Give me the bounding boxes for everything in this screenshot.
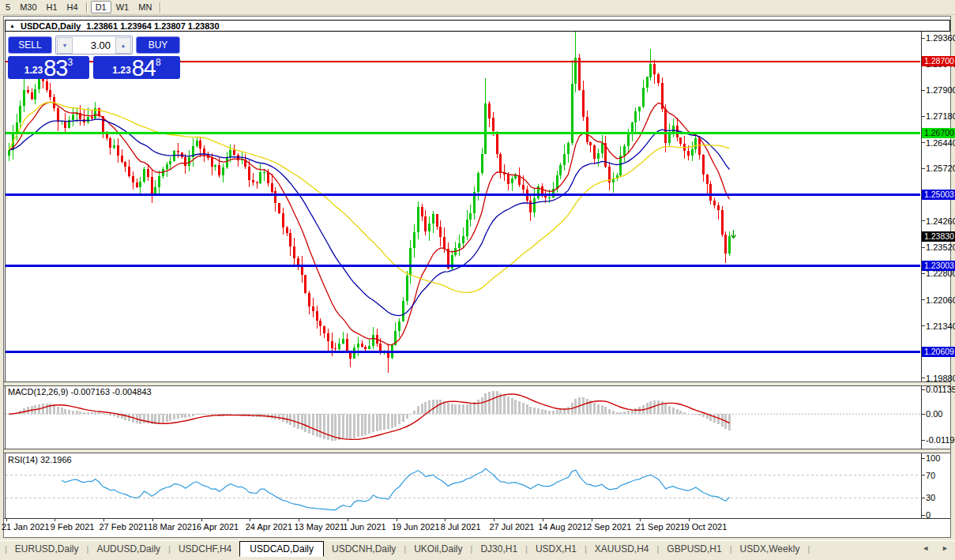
tab-scroll-left-icon[interactable]: ◄: [922, 544, 929, 552]
price-tick-label: 1.23520: [926, 242, 955, 252]
rsi-panel-splitter[interactable]: [4, 449, 950, 453]
chart-tab-gbpusd[interactable]: GBPUSD,H1: [659, 542, 729, 556]
level-price-label: 1.20609: [922, 347, 955, 357]
chart-tab-bar: |EURUSD,Daily|AUDUSD,Daily|USDCHF,H4USDC…: [0, 540, 955, 557]
price-tick-label: 1.24260: [926, 216, 955, 226]
chart-tab-usdchf[interactable]: USDCHF,H4: [171, 542, 239, 556]
timeframe-toolbar: 5M30H1H4D1W1MN: [0, 0, 955, 15]
rsi-tick-label: 70: [926, 471, 935, 480]
chart-title: USDCAD,Daily: [21, 21, 81, 31]
mt4-terminal: 5M30H1H4D1W1MN ▲ USDCAD,Daily 1.23861 1.…: [0, 0, 955, 560]
date-tick-label: 18 Mar 2021: [148, 522, 197, 532]
price-tick-label: 1.27180: [926, 111, 955, 121]
date-tick-label: 27 Feb 2021: [100, 522, 149, 532]
timeframe-button-h1[interactable]: H1: [42, 2, 62, 13]
chart-tab-xauusd[interactable]: XAUUSD,H4: [587, 542, 657, 556]
date-tick-label: 21 Jan 2021: [2, 522, 50, 532]
tab-separator: |: [807, 544, 810, 554]
macd-indicator-label: MACD(12,26,9) -0.007163 -0.004843: [8, 387, 152, 397]
date-tick-label: 1 Jun 2021: [343, 522, 385, 532]
macd-panel-splitter[interactable]: [4, 381, 950, 386]
date-tick-label: 14 Aug 2021: [538, 522, 587, 532]
level-price-label: 1.28700: [922, 56, 955, 66]
buy-price-pip: 8: [156, 56, 161, 67]
level-price-label: 1.25003: [922, 190, 955, 200]
toolbar-separator: [86, 2, 88, 13]
timeframe-button-mn[interactable]: MN: [133, 2, 156, 13]
macd-tick-label: 0.00: [926, 409, 942, 419]
date-tick-label: 6 Apr 2021: [197, 522, 239, 532]
buy-button[interactable]: BUY: [136, 36, 180, 54]
chart-window: [3, 16, 951, 538]
price-tick-label: 1.26440: [926, 138, 955, 148]
chart-tab-usdx[interactable]: USDX,Weekly: [732, 542, 808, 556]
volume-input[interactable]: [73, 39, 115, 52]
price-tick-label: 1.21340: [926, 321, 955, 331]
tab-scroll-controls: ◄ ►: [922, 544, 949, 552]
date-tick-label: 8 Jul 2021: [441, 522, 481, 532]
timeframe-button-w1[interactable]: W1: [111, 2, 134, 13]
toolbar-separator: [160, 2, 161, 13]
chart-tab-audusd[interactable]: AUDUSD,Daily: [88, 542, 168, 556]
chart-tab-dj30[interactable]: DJ30,H1: [472, 542, 525, 556]
rsi-tick-label: 30: [926, 493, 935, 502]
price-tick-label: 1.25720: [926, 163, 955, 173]
timeframe-button-h4[interactable]: H4: [62, 2, 83, 13]
price-tick-label: 1.29360: [926, 33, 955, 43]
sell-price-pip: 3: [67, 56, 73, 67]
buy-price-display[interactable]: 1.23848: [93, 56, 180, 79]
plot-left-border: [5, 31, 6, 518]
date-tick-label: 2 Sep 2021: [587, 522, 631, 532]
chart-tab-eurusd[interactable]: EURUSD,Daily: [7, 542, 87, 556]
date-tick-label: 24 Apr 2021: [246, 522, 292, 532]
level-price-label: 1.26700: [922, 128, 955, 138]
timeframe-button-5[interactable]: 5: [1, 2, 15, 13]
chart-ohlc-values: 1.23861 1.23964 1.23807 1.23830: [86, 21, 219, 31]
chart-tab-usdcad[interactable]: USDCAD,Daily: [239, 541, 324, 557]
macd-tick-label: -0.01190: [926, 435, 955, 445]
price-axis-line: [921, 31, 922, 518]
price-tick-label: 1.27900: [926, 85, 955, 95]
sell-price-display[interactable]: 1.23833: [8, 56, 89, 79]
date-tick-label: 9 Feb 2021: [51, 522, 95, 532]
sell-price-prefix: 1.23: [24, 65, 43, 76]
date-tick-label: 21 Sep 2021: [636, 522, 685, 532]
sell-button[interactable]: SELL: [8, 36, 52, 54]
rsi-tick-label: 100: [926, 453, 940, 463]
current-price-label: 1.23830: [922, 231, 955, 242]
date-tick-label: 19 Jun 2021: [392, 522, 440, 532]
buy-price-prefix: 1.23: [112, 65, 130, 76]
rsi-indicator-label: RSI(14) 32.1966: [8, 455, 72, 464]
chart-title-bar: ▲ USDCAD,Daily 1.23861 1.23964 1.23807 1…: [5, 20, 950, 32]
chart-tab-usdx[interactable]: USDX,H1: [528, 542, 585, 556]
timeframe-button-m30[interactable]: M30: [15, 2, 41, 13]
chart-tab-ukoil[interactable]: UKOil,Daily: [406, 542, 470, 556]
date-tick-label: 13 May 2021: [295, 522, 345, 532]
level-price-label: 1.23003: [922, 261, 955, 271]
volume-increase-button[interactable]: ▲: [115, 37, 131, 54]
one-click-trading-panel: SELL ▼ ▲ BUY 1.23833 1.23848: [8, 35, 180, 80]
buy-price-big: 84: [132, 58, 156, 78]
timeframe-button-d1[interactable]: D1: [91, 1, 111, 13]
volume-control: ▼ ▲: [55, 36, 133, 54]
volume-decrease-button[interactable]: ▼: [57, 37, 73, 54]
chart-tab-usdcnh[interactable]: USDCNH,Daily: [324, 542, 404, 556]
price-tick-label: 1.22060: [926, 295, 955, 305]
tab-scroll-right-icon[interactable]: ►: [942, 544, 949, 552]
sell-price-big: 83: [43, 58, 67, 78]
date-tick-label: 27 Jul 2021: [490, 522, 535, 532]
date-tick-label: 9 Oct 2021: [685, 522, 728, 532]
date-axis-line: [4, 518, 950, 519]
collapse-icon[interactable]: ▲: [9, 23, 15, 28]
